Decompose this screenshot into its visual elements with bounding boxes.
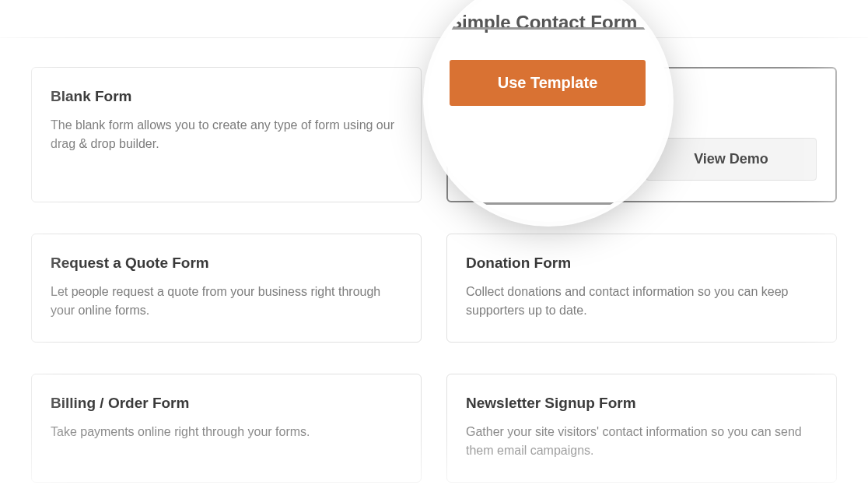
template-card-donation[interactable]: Donation Form Collect donations and cont…	[446, 234, 837, 343]
card-description: Take payments online right through your …	[51, 423, 402, 441]
lens-content: Simple Contact Form Use Template	[428, 0, 669, 106]
card-description: The blank form allows you to create any …	[51, 116, 402, 153]
card-title: Newsletter Signup Form	[466, 395, 817, 412]
template-card-blank-form[interactable]: Blank Form The blank form allows you to …	[31, 67, 422, 202]
card-description: Collect donations and contact informatio…	[466, 283, 817, 320]
card-title: Request a Quote Form	[51, 255, 402, 272]
card-description: Let people request a quote from your bus…	[51, 283, 402, 320]
card-title: Billing / Order Form	[51, 395, 402, 412]
lens-title: Simple Contact Form	[450, 12, 646, 33]
top-divider	[0, 37, 868, 38]
card-title: Donation Form	[466, 255, 817, 272]
template-card-newsletter-signup[interactable]: Newsletter Signup Form Gather your site …	[446, 374, 837, 483]
lens-divider	[428, 27, 669, 30]
card-title: Blank Form	[51, 88, 402, 105]
view-demo-button[interactable]: View Demo	[646, 138, 817, 181]
card-description: Gather your site visitors' contact infor…	[466, 423, 817, 460]
template-card-request-quote[interactable]: Request a Quote Form Let people request …	[31, 234, 422, 343]
template-card-billing-order[interactable]: Billing / Order Form Take payments onlin…	[31, 374, 422, 483]
lens-use-template-button[interactable]: Use Template	[450, 60, 646, 106]
